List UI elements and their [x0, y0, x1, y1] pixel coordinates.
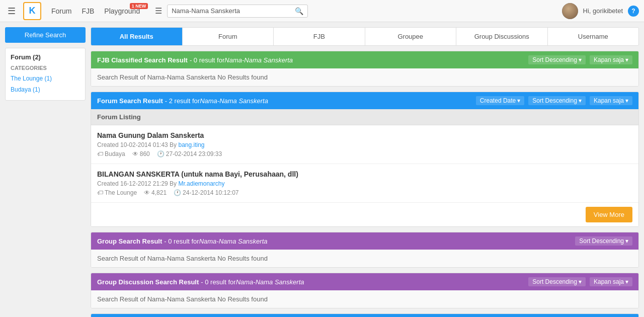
fjb-section-title: FJB Classified Search Result [97, 56, 188, 64]
group-discussion-sort-button[interactable]: Sort Descending ▾ [528, 277, 586, 286]
avatar[interactable] [562, 3, 578, 19]
username-section: Username Search Result - 0 result for Na… [91, 313, 639, 317]
sidebar-the-lounge-link[interactable]: The Lounge (1) [11, 73, 80, 85]
forum-time-button[interactable]: Kapan saja ▾ [590, 96, 632, 105]
post-title[interactable]: Nama Gunung Dalam Sanskerta [97, 131, 632, 139]
fjb-section-header: FJB Classified Search Result - 0 result … [91, 51, 638, 68]
group-section-body: Search Result of Nama-Nama Sanskerta No … [91, 250, 638, 267]
search-area: ☰ 🔍 [155, 5, 308, 18]
group-section: Group Search Result - 0 result for Nama-… [91, 232, 639, 268]
nav-right: Hi, gorikibetet ? [562, 3, 639, 19]
group-discussion-controls: Sort Descending ▾ Kapan saja ▾ [528, 277, 632, 286]
group-query: Nama-Nama Sanskerta [199, 237, 268, 245]
post-last-activity: 🕐 24-12-2014 10:12:07 [174, 189, 238, 196]
tab-groupee[interactable]: Groupee [365, 28, 457, 45]
post-tags: 🏷 Budaya 👁 860 🕐 27-02-2014 23:09:33 [97, 150, 632, 157]
nav-playground-link[interactable]: Playground 1 NEW [104, 7, 140, 15]
post-meta: Created 16-12-2012 21:29 By Mr.adiemonar… [97, 180, 632, 187]
playground-badge: 1 NEW [130, 3, 148, 9]
group-discussion-time-button[interactable]: Kapan saja ▾ [590, 277, 632, 286]
search-menu-icon[interactable]: ☰ [155, 6, 162, 16]
forum-created-date-button[interactable]: Created Date ▾ [476, 96, 524, 105]
main-container: Refine Search Forum (2) Categories The L… [0, 22, 644, 317]
post-views: 👁 4,821 [144, 189, 167, 196]
fjb-section-body: Search Result of Nama-Nama Sanskerta No … [91, 68, 638, 86]
username-display: Hi, gorikibetet [583, 7, 623, 15]
top-navigation: ☰ K Forum FJB Playground 1 NEW ☰ 🔍 Hi, g… [0, 0, 644, 22]
group-discussion-header: Group Discussion Search Result - 0 resul… [91, 273, 638, 290]
group-discussion-query: Nama-Nama Sanskerta [236, 278, 304, 286]
post-author-link[interactable]: Mr.adiemonarchy [178, 180, 224, 187]
tab-forum[interactable]: Forum [183, 28, 274, 45]
fjb-controls: Sort Descending ▾ Kapan saja ▾ [528, 55, 632, 64]
tab-group-discussions[interactable]: Group Discussions [456, 28, 548, 45]
post-last-activity: 🕐 27-02-2014 23:09:33 [157, 150, 222, 157]
group-no-results: Search Result of Nama-Nama Sanskerta No … [97, 255, 268, 262]
post-author-link[interactable]: bang.iting [178, 141, 204, 148]
content-area: All Results Forum FJB Groupee Group Disc… [91, 27, 639, 317]
post-views: 👁 860 [132, 150, 150, 157]
forum-section-subtitle: - 2 result for [165, 97, 200, 105]
tab-username[interactable]: Username [548, 28, 639, 45]
post-tag: 🏷 The Lounge [97, 189, 137, 196]
view-more-button[interactable]: View More [586, 207, 632, 222]
group-controls: Sort Descending ▾ [575, 236, 632, 246]
group-discussion-title: Group Discussion Search Result [97, 278, 199, 286]
nav-links: Forum FJB Playground 1 NEW [51, 7, 140, 15]
post-meta: Created 10-02-2014 01:43 By bang.iting [97, 141, 632, 148]
search-input[interactable] [172, 7, 295, 15]
forum-controls: Created Date ▾ Sort Descending ▾ Kapan s… [476, 96, 632, 105]
post-tags: 🏷 The Lounge 👁 4,821 🕐 24-12-2014 10:12:… [97, 189, 632, 196]
forum-sort-button[interactable]: Sort Descending ▾ [528, 96, 586, 105]
post-title[interactable]: BILANGAN SANSKERTA (untuk nama Bayi, Per… [97, 170, 632, 178]
forum-listing-header: Forum Listing [91, 109, 638, 125]
search-icon[interactable]: 🔍 [295, 7, 303, 15]
sidebar-section: Forum (2) Categories The Lounge (1) Buda… [5, 48, 86, 101]
nav-forum-link[interactable]: Forum [51, 7, 71, 15]
group-discussion-body: Search Result of Nama-Nama Sanskerta No … [91, 290, 638, 308]
tab-bar: All Results Forum FJB Groupee Group Disc… [91, 27, 639, 46]
nav-fjb-link[interactable]: FJB [82, 7, 94, 15]
fjb-section: FJB Classified Search Result - 0 result … [91, 51, 639, 87]
forum-section: Forum Search Result - 2 result for Nama-… [91, 92, 639, 227]
sidebar: Refine Search Forum (2) Categories The L… [5, 27, 86, 317]
group-discussion-subtitle: - 0 result for [201, 278, 235, 286]
group-section-header: Group Search Result - 0 result for Nama-… [91, 232, 638, 250]
tab-fjb[interactable]: FJB [274, 28, 365, 45]
group-sort-button[interactable]: Sort Descending ▾ [575, 236, 632, 246]
fjb-section-subtitle: - 0 result for [190, 56, 224, 64]
sidebar-budaya-link[interactable]: Budaya (1) [11, 85, 80, 96]
forum-post-item: Nama Gunung Dalam Sanskerta Created 10-0… [91, 125, 638, 164]
post-tag: 🏷 Budaya [97, 150, 125, 157]
group-section-subtitle: - 0 result for [164, 237, 199, 245]
group-discussion-section: Group Discussion Search Result - 0 resul… [91, 273, 639, 308]
hamburger-menu-icon[interactable]: ☰ [5, 3, 18, 19]
refine-search-button[interactable]: Refine Search [5, 27, 86, 43]
forum-query: Nama-Nama Sanskerta [200, 97, 268, 105]
tab-all-results[interactable]: All Results [91, 28, 183, 45]
username-section-header: Username Search Result - 0 result for Na… [91, 314, 638, 317]
fjb-no-results: Search Result of Nama-Nama Sanskerta No … [97, 73, 268, 81]
forum-post-item: BILANGAN SANSKERTA (untuk nama Bayi, Per… [91, 164, 638, 203]
group-discussion-no-results: Search Result of Nama-Nama Sanskerta No … [97, 295, 268, 303]
site-logo[interactable]: K [23, 2, 41, 20]
categories-label: Categories [11, 65, 80, 71]
forum-section-title: Forum Search Result [97, 97, 163, 105]
avatar-image [562, 3, 578, 19]
search-box: 🔍 [167, 5, 308, 18]
group-section-title: Group Search Result [97, 237, 162, 245]
fjb-query: Nama-Nama Sanskerta [224, 56, 293, 64]
fjb-sort-button[interactable]: Sort Descending ▾ [528, 55, 586, 64]
fjb-time-button[interactable]: Kapan saja ▾ [590, 55, 632, 64]
sidebar-forum-header: Forum (2) [11, 53, 80, 61]
help-icon[interactable]: ? [628, 6, 639, 17]
view-more-area: View More [91, 203, 638, 226]
forum-section-header: Forum Search Result - 2 result for Nama-… [91, 92, 638, 109]
